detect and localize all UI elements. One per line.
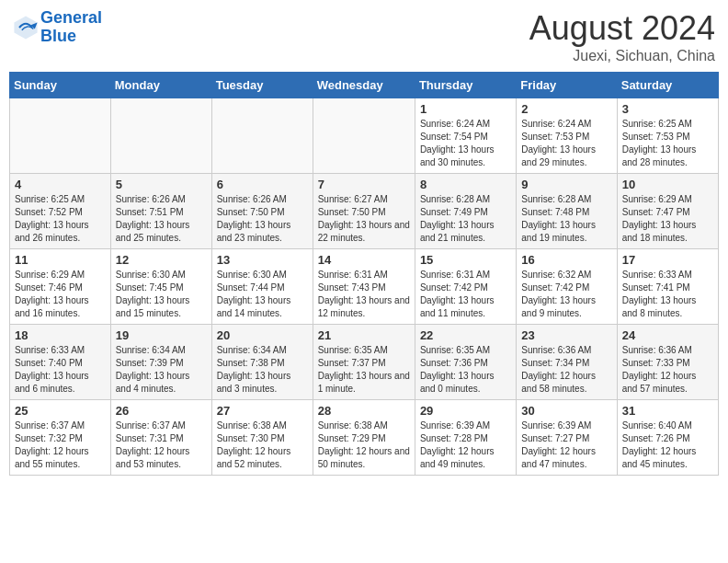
- day-info: Sunrise: 6:26 AMSunset: 7:50 PMDaylight:…: [217, 193, 308, 245]
- calendar-week-3: 11Sunrise: 6:29 AMSunset: 7:46 PMDayligh…: [10, 249, 719, 325]
- day-number: 6: [217, 178, 308, 191]
- calendar-day: 22Sunrise: 6:35 AMSunset: 7:36 PMDayligh…: [415, 325, 516, 400]
- day-number: 10: [622, 178, 713, 191]
- day-info: Sunrise: 6:33 AMSunset: 7:41 PMDaylight:…: [622, 269, 713, 320]
- day-info: Sunrise: 6:30 AMSunset: 7:45 PMDaylight:…: [116, 269, 207, 320]
- day-number: 9: [521, 178, 611, 191]
- calendar-day: [313, 98, 415, 174]
- header-sunday: Sunday: [10, 73, 111, 98]
- calendar-day: 8Sunrise: 6:28 AMSunset: 7:49 PMDaylight…: [415, 174, 516, 249]
- calendar-day: 14Sunrise: 6:31 AMSunset: 7:43 PMDayligh…: [313, 249, 415, 325]
- day-number: 28: [318, 404, 410, 418]
- day-info: Sunrise: 6:38 AMSunset: 7:30 PMDaylight:…: [217, 419, 308, 471]
- calendar-day: 28Sunrise: 6:38 AMSunset: 7:29 PMDayligh…: [313, 400, 415, 476]
- calendar-header-row: SundayMondayTuesdayWednesdayThursdayFrid…: [10, 73, 719, 98]
- calendar-day: [10, 98, 111, 174]
- day-number: 25: [15, 404, 106, 418]
- calendar-day: 6Sunrise: 6:26 AMSunset: 7:50 PMDaylight…: [211, 174, 313, 249]
- day-info: Sunrise: 6:30 AMSunset: 7:44 PMDaylight:…: [217, 269, 308, 320]
- location-subtitle: Juexi, Sichuan, China: [529, 48, 715, 64]
- day-number: 22: [420, 328, 511, 342]
- calendar-day: 25Sunrise: 6:37 AMSunset: 7:32 PMDayligh…: [10, 400, 111, 476]
- day-number: 19: [116, 328, 207, 342]
- calendar-day: 4Sunrise: 6:25 AMSunset: 7:52 PMDaylight…: [10, 174, 111, 249]
- day-info: Sunrise: 6:37 AMSunset: 7:31 PMDaylight:…: [116, 419, 207, 471]
- day-info: Sunrise: 6:28 AMSunset: 7:48 PMDaylight:…: [521, 193, 611, 245]
- calendar-day: [211, 98, 313, 174]
- day-number: 24: [622, 328, 713, 342]
- day-number: 2: [521, 102, 611, 116]
- day-info: Sunrise: 6:33 AMSunset: 7:40 PMDaylight:…: [15, 344, 106, 396]
- page-header: GeneralBlue August 2024 Juexi, Sichuan, …: [9, 9, 719, 64]
- calendar-day: 24Sunrise: 6:36 AMSunset: 7:33 PMDayligh…: [617, 325, 718, 400]
- day-info: Sunrise: 6:26 AMSunset: 7:51 PMDaylight:…: [116, 193, 207, 245]
- calendar-day: 7Sunrise: 6:27 AMSunset: 7:50 PMDaylight…: [313, 174, 415, 249]
- day-info: Sunrise: 6:24 AMSunset: 7:54 PMDaylight:…: [420, 118, 511, 169]
- calendar-day: 17Sunrise: 6:33 AMSunset: 7:41 PMDayligh…: [617, 249, 718, 325]
- calendar-week-4: 18Sunrise: 6:33 AMSunset: 7:40 PMDayligh…: [10, 325, 719, 400]
- day-info: Sunrise: 6:39 AMSunset: 7:27 PMDaylight:…: [521, 419, 611, 471]
- calendar-day: 9Sunrise: 6:28 AMSunset: 7:48 PMDaylight…: [517, 174, 617, 249]
- calendar-day: 30Sunrise: 6:39 AMSunset: 7:27 PMDayligh…: [517, 400, 617, 476]
- day-number: 1: [420, 102, 511, 116]
- logo-text: GeneralBlue: [40, 9, 102, 46]
- logo-icon: [13, 15, 39, 40]
- day-number: 5: [116, 178, 207, 191]
- month-year-title: August 2024: [529, 9, 715, 48]
- calendar-day: 5Sunrise: 6:26 AMSunset: 7:51 PMDaylight…: [110, 174, 211, 249]
- day-number: 21: [318, 328, 410, 342]
- calendar-day: 23Sunrise: 6:36 AMSunset: 7:34 PMDayligh…: [517, 325, 617, 400]
- calendar-day: 20Sunrise: 6:34 AMSunset: 7:38 PMDayligh…: [211, 325, 313, 400]
- header-tuesday: Tuesday: [211, 73, 313, 98]
- day-info: Sunrise: 6:25 AMSunset: 7:53 PMDaylight:…: [622, 118, 713, 169]
- day-info: Sunrise: 6:36 AMSunset: 7:34 PMDaylight:…: [521, 344, 611, 396]
- day-info: Sunrise: 6:32 AMSunset: 7:42 PMDaylight:…: [521, 269, 611, 320]
- calendar-week-1: 1Sunrise: 6:24 AMSunset: 7:54 PMDaylight…: [10, 98, 719, 174]
- header-friday: Friday: [517, 73, 617, 98]
- day-number: 7: [318, 178, 410, 191]
- day-info: Sunrise: 6:34 AMSunset: 7:39 PMDaylight:…: [116, 344, 207, 396]
- calendar-day: 3Sunrise: 6:25 AMSunset: 7:53 PMDaylight…: [617, 98, 718, 174]
- day-number: 23: [521, 328, 611, 342]
- day-number: 15: [420, 253, 511, 267]
- day-info: Sunrise: 6:28 AMSunset: 7:49 PMDaylight:…: [420, 193, 511, 245]
- calendar-table: SundayMondayTuesdayWednesdayThursdayFrid…: [9, 72, 719, 476]
- header-monday: Monday: [110, 73, 211, 98]
- calendar-day: 26Sunrise: 6:37 AMSunset: 7:31 PMDayligh…: [110, 400, 211, 476]
- calendar-day: 11Sunrise: 6:29 AMSunset: 7:46 PMDayligh…: [10, 249, 111, 325]
- calendar-week-5: 25Sunrise: 6:37 AMSunset: 7:32 PMDayligh…: [10, 400, 719, 476]
- day-number: 13: [217, 253, 308, 267]
- calendar-day: 2Sunrise: 6:24 AMSunset: 7:53 PMDaylight…: [517, 98, 617, 174]
- calendar-day: 21Sunrise: 6:35 AMSunset: 7:37 PMDayligh…: [313, 325, 415, 400]
- day-info: Sunrise: 6:40 AMSunset: 7:26 PMDaylight:…: [622, 419, 713, 471]
- day-number: 26: [116, 404, 207, 418]
- calendar-day: 1Sunrise: 6:24 AMSunset: 7:54 PMDaylight…: [415, 98, 516, 174]
- calendar-day: 19Sunrise: 6:34 AMSunset: 7:39 PMDayligh…: [110, 325, 211, 400]
- header-thursday: Thursday: [415, 73, 516, 98]
- calendar-day: 12Sunrise: 6:30 AMSunset: 7:45 PMDayligh…: [110, 249, 211, 325]
- calendar-day: 16Sunrise: 6:32 AMSunset: 7:42 PMDayligh…: [517, 249, 617, 325]
- day-number: 17: [622, 253, 713, 267]
- calendar-day: 10Sunrise: 6:29 AMSunset: 7:47 PMDayligh…: [617, 174, 718, 249]
- header-saturday: Saturday: [617, 73, 718, 98]
- day-number: 18: [15, 328, 106, 342]
- day-number: 8: [420, 178, 511, 191]
- calendar-day: [110, 98, 211, 174]
- day-number: 30: [521, 404, 611, 418]
- day-number: 3: [622, 102, 713, 116]
- day-number: 4: [15, 178, 106, 191]
- calendar-day: 31Sunrise: 6:40 AMSunset: 7:26 PMDayligh…: [617, 400, 718, 476]
- day-number: 16: [521, 253, 611, 267]
- calendar-day: 13Sunrise: 6:30 AMSunset: 7:44 PMDayligh…: [211, 249, 313, 325]
- day-number: 11: [15, 253, 106, 267]
- day-info: Sunrise: 6:37 AMSunset: 7:32 PMDaylight:…: [15, 419, 106, 471]
- day-info: Sunrise: 6:36 AMSunset: 7:33 PMDaylight:…: [622, 344, 713, 396]
- day-number: 12: [116, 253, 207, 267]
- day-info: Sunrise: 6:38 AMSunset: 7:29 PMDaylight:…: [318, 419, 410, 471]
- day-info: Sunrise: 6:29 AMSunset: 7:46 PMDaylight:…: [15, 269, 106, 320]
- day-info: Sunrise: 6:35 AMSunset: 7:36 PMDaylight:…: [420, 344, 511, 396]
- day-number: 27: [217, 404, 308, 418]
- day-info: Sunrise: 6:35 AMSunset: 7:37 PMDaylight:…: [318, 344, 410, 396]
- day-info: Sunrise: 6:34 AMSunset: 7:38 PMDaylight:…: [217, 344, 308, 396]
- day-info: Sunrise: 6:25 AMSunset: 7:52 PMDaylight:…: [15, 193, 106, 245]
